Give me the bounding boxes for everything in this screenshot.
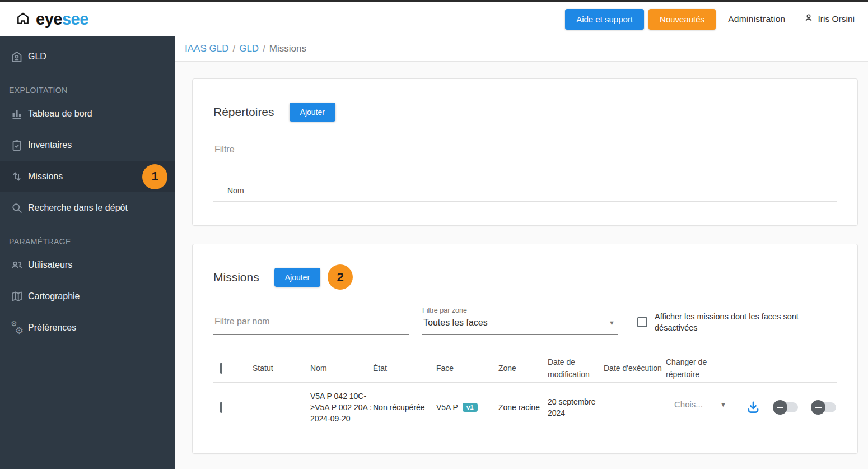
logo-text-dark: eye	[36, 10, 62, 28]
cell-face: V5A P	[436, 403, 458, 412]
zone-filter-select[interactable]: Toutes les faces ▼	[422, 314, 618, 335]
sidebar-item-tableau-de-bord[interactable]: Tableau de bord	[0, 98, 175, 129]
sidebar-item-utilisateurs[interactable]: Utilisateurs	[0, 249, 175, 281]
sidebar-section-exploitation: EXPLOITATION	[0, 72, 175, 98]
cell-date-modification: 20 septembre 2024	[548, 397, 596, 417]
missions-table: Statut Nom État Face Zone Date de modifi…	[213, 354, 837, 432]
header-actions: Aide et support Nouveautés Administratio…	[565, 9, 860, 30]
breadcrumb-link-iaas-gld[interactable]: IAAS GLD	[185, 43, 228, 54]
sidebar-item-label: Inventaires	[28, 140, 72, 150]
sidebar-item-missions[interactable]: Missions 1	[0, 161, 175, 192]
breadcrumb-link-gld[interactable]: GLD	[239, 43, 259, 54]
missions-table-header: Statut Nom État Face Zone Date de modifi…	[213, 354, 837, 383]
missions-title: Missions	[213, 271, 259, 284]
top-header: eyesee Aide et support Nouveautés Admini…	[0, 2, 868, 36]
zone-filter-label: Filtre par zone	[422, 307, 618, 314]
col-zone: Zone	[498, 364, 516, 373]
cell-nom: V5A P 042 10C->V5A P 002 20A : 2024-09-2…	[310, 392, 372, 423]
change-directory-select[interactable]: Chois... ▼	[666, 400, 729, 415]
logo-house-icon	[16, 11, 30, 27]
cell-etat: Non récupérée	[373, 403, 425, 412]
repertoires-filter-input[interactable]	[213, 139, 837, 162]
user-menu[interactable]: Iris Orsini	[804, 13, 860, 25]
col-face: Face	[436, 364, 454, 373]
sidebar-item-label: Cartographie	[28, 291, 80, 301]
breadcrumb-separator: /	[232, 43, 235, 54]
sidebar-item-inventaires[interactable]: Inventaires	[0, 129, 175, 161]
clipboard-check-icon	[10, 138, 24, 152]
show-disabled-checkbox[interactable]	[637, 317, 647, 327]
administration-link[interactable]: Administration	[728, 14, 785, 24]
chevron-down-icon: ▼	[609, 319, 615, 326]
sidebar-item-label: Missions	[28, 171, 63, 182]
col-changer-repertoire: Changer de répertoire	[666, 357, 707, 379]
sidebar-item-gld[interactable]: GLD	[0, 41, 175, 72]
sidebar: GLD EXPLOITATION Tableau de bord	[0, 36, 175, 469]
map-icon	[10, 290, 24, 303]
repertoires-card: Répertoires Ajouter Nom	[192, 78, 858, 226]
breadcrumb: IAAS GLD / GLD / Missions	[175, 36, 868, 62]
toggle-disable-1[interactable]	[773, 400, 799, 415]
home-user-icon	[10, 50, 24, 63]
missions-add-button[interactable]: Ajouter	[274, 268, 320, 287]
user-icon	[804, 13, 814, 25]
col-etat: État	[373, 364, 387, 373]
app-logo[interactable]: eyesee	[16, 10, 88, 29]
users-icon	[10, 258, 24, 272]
change-directory-value: Chois...	[674, 400, 703, 409]
sidebar-item-preferences[interactable]: ⚙⚙ Préférences	[0, 312, 175, 343]
help-support-button[interactable]: Aide et support	[565, 9, 644, 30]
step-badge-1: 1	[142, 164, 167, 189]
gears-icon: ⚙⚙	[10, 321, 24, 335]
sidebar-item-label: Recherche dans le dépôt	[28, 203, 128, 213]
bar-chart-icon	[10, 107, 24, 120]
face-version-badge: v1	[463, 403, 478, 412]
cell-zone: Zone racine	[498, 403, 540, 412]
download-icon[interactable]	[746, 400, 760, 415]
repertoires-column-nom: Nom	[213, 179, 837, 202]
chevron-down-icon: ▼	[720, 401, 726, 408]
show-disabled-label: Afficher les missions dont les faces son…	[655, 311, 813, 333]
sidebar-item-label: Préférences	[28, 323, 76, 333]
news-button[interactable]: Nouveautés	[648, 9, 716, 30]
col-date-execution: Date d'exécution	[604, 364, 662, 373]
table-row: V5A P 042 10C->V5A P 002 20A : 2024-09-2…	[213, 383, 837, 432]
zone-filter-value: Toutes les faces	[423, 318, 488, 328]
search-icon	[10, 201, 24, 215]
sidebar-item-label: GLD	[28, 52, 46, 62]
toggle-disable-2[interactable]	[811, 400, 837, 415]
breadcrumb-separator: /	[263, 43, 265, 54]
sidebar-item-label: Utilisateurs	[28, 260, 72, 270]
breadcrumb-current: Missions	[269, 43, 306, 54]
row-checkbox[interactable]	[220, 402, 222, 413]
col-nom: Nom	[310, 364, 327, 373]
logo-text-accent: see	[62, 10, 88, 28]
col-date-modification: Date de modification	[548, 357, 590, 379]
repertoires-add-button[interactable]: Ajouter	[290, 103, 335, 122]
minus-icon	[773, 400, 787, 415]
sidebar-section-parametrage: PARAMÉTRAGE	[0, 224, 175, 249]
missions-card: Missions Ajouter 2 Filtre par zone Toute…	[192, 244, 858, 454]
swap-vertical-icon	[10, 170, 24, 183]
main-area: IAAS GLD / GLD / Missions Répertoires Aj…	[175, 36, 868, 469]
col-statut: Statut	[253, 364, 273, 373]
user-name: Iris Orsini	[818, 14, 855, 24]
minus-icon	[811, 400, 825, 415]
step-badge-2: 2	[328, 264, 353, 290]
select-all-checkbox[interactable]	[220, 363, 222, 374]
missions-filter-name-input[interactable]	[213, 311, 409, 335]
sidebar-item-recherche-depot[interactable]: Recherche dans le dépôt	[0, 192, 175, 224]
sidebar-item-cartographie[interactable]: Cartographie	[0, 281, 175, 312]
sidebar-item-label: Tableau de bord	[28, 109, 92, 119]
repertoires-title: Répertoires	[213, 105, 274, 119]
